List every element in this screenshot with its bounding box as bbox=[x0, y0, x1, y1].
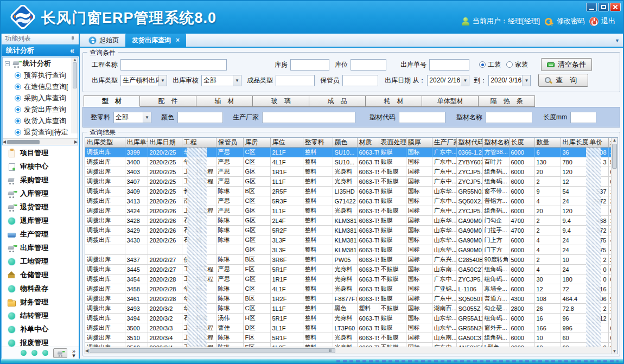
table-row[interactable]: 调拨出库34932020/3/2华 原...陈琳C区1L1F整料黑色塑料不贴膜国… bbox=[85, 304, 611, 314]
sidebar-item-采购管理[interactable]: 采购管理 bbox=[2, 173, 79, 187]
sidebar-item-退货管理[interactable]: 退货管理 bbox=[2, 200, 79, 214]
table-row[interactable]: 调拨出库34282020/2/26石 城陈琳G区2L4F整料KLM3817606… bbox=[85, 216, 611, 226]
sidebar-item-退库管理[interactable]: 退库管理 bbox=[2, 214, 79, 227]
grid-column-header[interactable]: 保管员 bbox=[216, 138, 243, 148]
sidebar-section-header[interactable]: 统计分析 « bbox=[2, 44, 79, 56]
grid-column-header[interactable]: 出库长度 bbox=[561, 138, 588, 148]
grid-column-header[interactable]: 出库日期 bbox=[148, 138, 182, 148]
table-row[interactable]: 调拨出库35102020/3/4工 共工程陈琳F区5R1F整料光身料6063-T… bbox=[85, 333, 611, 343]
outbound-type-combo[interactable]: 生产领料出库▼ bbox=[120, 75, 167, 86]
manufacturer-input[interactable] bbox=[262, 112, 355, 123]
keeper-input[interactable] bbox=[342, 75, 378, 86]
grid-column-header[interactable]: 材质 bbox=[357, 138, 379, 148]
table-row[interactable]: 调拨出库35002020/3/3工 共工程曹佳D区3L1F整料LT3P60606… bbox=[85, 323, 611, 333]
scrollbar-thumb[interactable] bbox=[612, 144, 617, 169]
tab-shipping-outbound-query[interactable]: 发货出库查询 × bbox=[125, 34, 186, 47]
grid-horizontal-scrollbar[interactable]: ◀▶ bbox=[85, 347, 611, 354]
order-no-input[interactable] bbox=[429, 59, 469, 71]
outbound-audit-combo[interactable]: 全部▼ bbox=[201, 75, 241, 86]
grid-column-header[interactable]: 数量 bbox=[534, 138, 561, 148]
grid-column-header[interactable]: 出库单号 bbox=[125, 138, 148, 148]
tree-horizontal-scrollbar[interactable]: ◀▶ bbox=[3, 138, 78, 145]
scrollbar-thumb[interactable] bbox=[7, 140, 40, 144]
radio-jiazhuang[interactable]: 家装 bbox=[506, 60, 528, 69]
scrollbar-thumb[interactable] bbox=[90, 348, 335, 353]
collapse-icon[interactable]: « bbox=[70, 46, 74, 55]
length-input[interactable] bbox=[570, 112, 596, 123]
tree-item[interactable]: 预算执行查询 bbox=[3, 69, 68, 81]
tree-root-node[interactable]: 统计分析 bbox=[3, 58, 78, 69]
date-to-picker[interactable]: 2020/ 3/16▼ bbox=[488, 75, 531, 86]
table-row[interactable]: 调拨出库34002020/2/25华 原...严思C区4L1F整料SU10...… bbox=[85, 157, 611, 167]
warehouse-input[interactable] bbox=[290, 59, 329, 71]
table-row[interactable]: G区3L3F整料KLM38176063-T5贴膜国标山东华...GA90M09.… bbox=[85, 245, 611, 255]
sidebar-item-入库管理[interactable]: 入库管理 bbox=[2, 187, 79, 200]
material-tab-耗材[interactable]: 耗 材 bbox=[366, 95, 422, 107]
table-row[interactable]: 调拨出库34942020/3/2石 辉城汤伟H区5R1F整料光身料6063-T5… bbox=[85, 314, 611, 323]
search-button[interactable]: 查 询 bbox=[538, 74, 588, 87]
sidebar-item-工地管理[interactable]: 工地管理 bbox=[2, 254, 79, 268]
table-row[interactable]: 调拨出库34132020/2/26南 ...严思C区5R3F整料G7142260… bbox=[85, 196, 611, 206]
sidebar-item-补单中心[interactable]: 补单中心 bbox=[2, 322, 79, 336]
grid-vertical-scrollbar[interactable]: ▲▼ bbox=[611, 138, 617, 354]
clear-conditions-button[interactable]: 清空条件 bbox=[541, 58, 592, 71]
whole-part-combo[interactable]: 全部▼ bbox=[113, 112, 151, 123]
sidebar-item-出库管理[interactable]: 出库管理 bbox=[2, 241, 79, 254]
profile-code-input[interactable] bbox=[399, 112, 445, 123]
table-row[interactable]: 调拨出库34542020/2/28工 共工程严思G区1R1F整料光身料6063-… bbox=[85, 274, 611, 284]
grid-column-header[interactable]: 工程 bbox=[182, 138, 216, 148]
tab-close-icon[interactable]: × bbox=[176, 36, 180, 44]
dot-icon[interactable] bbox=[42, 350, 48, 356]
tree-vertical-scrollbar[interactable]: ▲ bbox=[72, 58, 78, 133]
tab-list-dropdown-icon[interactable]: ▼ bbox=[615, 38, 620, 43]
table-row[interactable]: 调拨出库34292020/2/26石 城陈琳G区5R2F整料KLM3817606… bbox=[85, 226, 611, 235]
tab-home[interactable]: 起始页 bbox=[82, 34, 125, 47]
table-row[interactable]: 调拨出库33992020/2/25华 原...严思C区2L1F整料SU10...… bbox=[85, 148, 611, 157]
table-row[interactable]: 调拨出库34372020/2/27佛 ...陈琳B区3R6F整料PW056063… bbox=[85, 255, 611, 265]
more-options-button[interactable]: »▾ bbox=[72, 349, 75, 357]
cart-shortcut-button[interactable] bbox=[53, 348, 67, 358]
scrollbar-thumb[interactable] bbox=[73, 62, 77, 88]
grid-column-header[interactable]: 整零料 bbox=[303, 138, 333, 148]
dot-icon[interactable] bbox=[31, 350, 37, 356]
material-tab-配件[interactable]: 配 件 bbox=[140, 95, 196, 107]
sidebar-item-生产管理[interactable]: 生产管理 bbox=[2, 227, 79, 241]
table-row[interactable]: 调拨出库34612020/2/28华 原...陈琳B区1R2F整料F8877FT… bbox=[85, 294, 611, 304]
table-row[interactable]: 调拨出库34242020/2/26工 共工程严思G区1L1F整料光身料6063-… bbox=[85, 206, 611, 216]
table-row[interactable]: 调拨出库34092020/2/25长 ...陈琳B区2R5F整料LI35HD60… bbox=[85, 187, 611, 196]
material-tab-隔热条[interactable]: 隔 热 条 bbox=[479, 95, 535, 107]
tree-item[interactable]: 采购入库查询 bbox=[3, 92, 68, 104]
sidebar-item-物料盘存[interactable]: 物料盘存 bbox=[2, 282, 79, 295]
sidebar-item-财务管理[interactable]: 财务管理 bbox=[2, 295, 79, 309]
sidebar-item-结转管理[interactable]: 结转管理 bbox=[2, 309, 79, 322]
sidebar-item-项目管理[interactable]: 项目管理 bbox=[2, 146, 79, 159]
grid-column-header[interactable]: 金 bbox=[608, 138, 611, 148]
sidebar-item-审核中心[interactable]: 审核中心 bbox=[2, 159, 79, 173]
project-name-input[interactable] bbox=[120, 59, 227, 71]
location-input[interactable] bbox=[351, 59, 386, 71]
color-input[interactable] bbox=[177, 112, 223, 123]
grid-column-header[interactable]: 出库类型 bbox=[85, 138, 125, 148]
grid-column-header[interactable]: 表面处理 bbox=[379, 138, 406, 148]
tree-item[interactable]: 在途信息查询[待定] bbox=[3, 81, 68, 92]
change-password-button[interactable]: 修改密码 bbox=[544, 16, 585, 26]
table-row[interactable]: 调拨出库34582020/2/28华 原...陈琳C区4L1F整料光身料6063… bbox=[85, 284, 611, 294]
table-row[interactable]: 调拨出库34032020/2/25工 共工程严思G区1R1F整料光身料6063-… bbox=[85, 167, 611, 177]
close-button[interactable] bbox=[610, 3, 621, 11]
material-tab-型材[interactable]: 型 材 bbox=[84, 95, 140, 107]
tree-item[interactable]: 退货查询[待定] bbox=[3, 126, 68, 138]
tree-item[interactable]: 发货出库查询 bbox=[3, 104, 68, 115]
date-from-picker[interactable]: 2020/ 2/16▼ bbox=[427, 75, 469, 86]
maximize-button[interactable] bbox=[598, 3, 609, 11]
grid-column-header[interactable]: 库位 bbox=[270, 138, 303, 148]
grid-column-header[interactable]: 膜厚 bbox=[406, 138, 432, 148]
table-row[interactable]: 调拨出库34452020/2/27工 共工程严思F区5R1F整料光身料6063-… bbox=[85, 265, 611, 274]
pin-icon[interactable] bbox=[70, 36, 75, 42]
table-row[interactable]: 调拨出库34072020/2/25工 共工程严思G区1L1F整料光身料6063-… bbox=[85, 177, 611, 187]
dot-icon[interactable] bbox=[21, 350, 27, 356]
sidebar-item-报废管理[interactable]: 报废管理 bbox=[2, 336, 79, 347]
product-type-input[interactable] bbox=[276, 75, 315, 86]
grid-column-header[interactable]: 型材名称 bbox=[482, 138, 509, 148]
sidebar-item-仓储管理[interactable]: 仓储管理 bbox=[2, 268, 79, 282]
grid-column-header[interactable]: 长度 bbox=[509, 138, 534, 148]
